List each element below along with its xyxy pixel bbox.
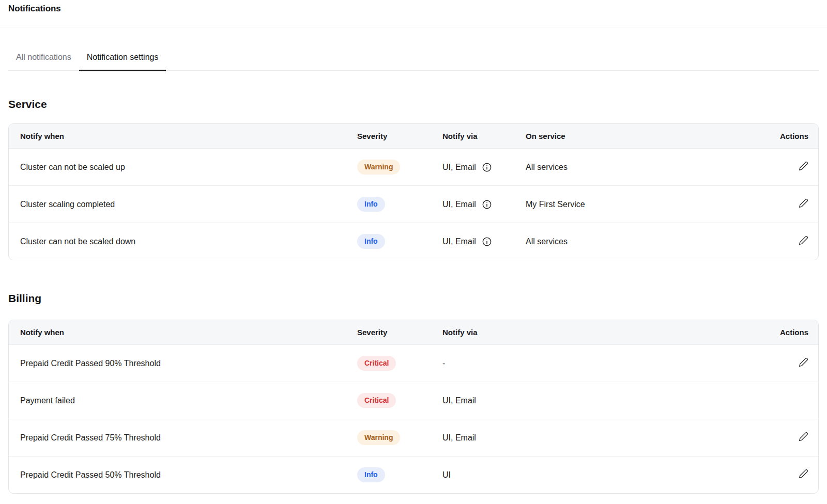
table-row: Prepaid Credit Passed 90% Threshold Crit… xyxy=(9,344,818,382)
column-header-notify-via: Notify via xyxy=(442,124,526,148)
service-section: Service Notify when Severity Notify via … xyxy=(8,98,819,260)
actions-cell xyxy=(756,419,818,456)
notify-via-info-button[interactable] xyxy=(482,237,492,247)
service-section-title: Service xyxy=(8,98,819,111)
notify-via-cell: - xyxy=(442,344,756,382)
on-service-cell: My First Service xyxy=(526,185,756,223)
severity-badge: Critical xyxy=(357,393,396,408)
column-header-severity: Severity xyxy=(357,124,442,148)
severity-badge: Warning xyxy=(357,160,400,175)
edit-button[interactable] xyxy=(799,432,808,442)
pencil-icon xyxy=(799,161,808,171)
billing-section: Billing Notify when Severity Notify via … xyxy=(8,292,819,494)
notify-via-cell: UI, Email xyxy=(442,223,526,260)
table-row: Cluster can not be scaled up Warning UI,… xyxy=(9,148,818,185)
actions-cell xyxy=(756,382,818,419)
edit-button[interactable] xyxy=(799,235,808,245)
severity-cell: Info xyxy=(357,185,442,223)
actions-cell xyxy=(756,223,818,260)
severity-badge: Info xyxy=(357,197,385,212)
actions-cell xyxy=(756,185,818,223)
edit-button[interactable] xyxy=(799,198,808,208)
on-service-cell: All services xyxy=(526,223,756,260)
table-row: Cluster scaling completed Info UI, Email… xyxy=(9,185,818,223)
severity-cell: Warning xyxy=(357,148,442,185)
notify-when-cell: Payment failed xyxy=(9,382,357,419)
actions-cell xyxy=(756,344,818,382)
page-header: Notifications xyxy=(0,0,827,27)
column-header-actions: Actions xyxy=(756,124,818,148)
pencil-icon xyxy=(799,357,808,367)
billing-notifications-table: Notify when Severity Notify via Actions … xyxy=(8,320,819,494)
edit-button[interactable] xyxy=(799,357,808,367)
edit-button[interactable] xyxy=(799,469,808,479)
notify-via-text: UI, Email xyxy=(442,163,476,172)
severity-badge: Warning xyxy=(357,430,400,445)
info-icon xyxy=(482,162,492,172)
notify-when-cell: Cluster can not be scaled down xyxy=(9,223,357,260)
table-row: Prepaid Credit Passed 50% Threshold Info… xyxy=(9,456,818,493)
column-header-notify-when: Notify when xyxy=(9,320,357,344)
severity-cell: Critical xyxy=(357,344,442,382)
pencil-icon xyxy=(799,235,808,245)
severity-badge: Critical xyxy=(357,356,396,371)
service-notifications-table: Notify when Severity Notify via On servi… xyxy=(8,123,819,260)
edit-button[interactable] xyxy=(799,161,808,171)
notify-via-cell: UI, Email xyxy=(442,419,756,456)
info-icon xyxy=(482,237,492,247)
severity-cell: Critical xyxy=(357,382,442,419)
notify-when-cell: Prepaid Credit Passed 90% Threshold xyxy=(9,344,357,382)
pencil-icon xyxy=(799,198,808,208)
tab-all-notifications[interactable]: All notifications xyxy=(8,52,79,70)
notify-via-cell: UI, Email xyxy=(442,148,526,185)
table-row: Cluster can not be scaled down Info UI, … xyxy=(9,223,818,260)
severity-cell: Info xyxy=(357,456,442,493)
notify-via-cell: UI, Email xyxy=(442,382,756,419)
on-service-cell: All services xyxy=(526,148,756,185)
column-header-notify-via: Notify via xyxy=(442,320,756,344)
notify-via-info-button[interactable] xyxy=(482,162,492,172)
tab-notification-settings[interactable]: Notification settings xyxy=(79,52,166,70)
pencil-icon xyxy=(799,432,808,442)
actions-cell xyxy=(756,456,818,493)
notify-when-cell: Prepaid Credit Passed 75% Threshold xyxy=(9,419,357,456)
column-header-on-service: On service xyxy=(526,124,756,148)
column-header-notify-when: Notify when xyxy=(9,124,357,148)
table-header-row: Notify when Severity Notify via Actions xyxy=(9,320,818,344)
notify-via-text: UI, Email xyxy=(442,237,476,246)
severity-badge: Info xyxy=(357,467,385,482)
severity-badge: Info xyxy=(357,234,385,249)
tab-bar: All notifications Notification settings xyxy=(8,27,819,71)
column-header-severity: Severity xyxy=(357,320,442,344)
notify-via-info-button[interactable] xyxy=(482,199,492,210)
page-title: Notifications xyxy=(8,4,819,14)
notify-when-cell: Cluster scaling completed xyxy=(9,185,357,223)
table-row: Prepaid Credit Passed 75% Threshold Warn… xyxy=(9,419,818,456)
notify-when-cell: Prepaid Credit Passed 50% Threshold xyxy=(9,456,357,493)
billing-section-title: Billing xyxy=(8,292,819,305)
notify-via-cell: UI, Email xyxy=(442,185,526,223)
severity-cell: Warning xyxy=(357,419,442,456)
column-header-actions: Actions xyxy=(756,320,818,344)
severity-cell: Info xyxy=(357,223,442,260)
notify-via-text: UI, Email xyxy=(442,200,476,209)
notify-when-cell: Cluster can not be scaled up xyxy=(9,148,357,185)
notification-settings-content: Service Notify when Severity Notify via … xyxy=(8,98,819,494)
table-header-row: Notify when Severity Notify via On servi… xyxy=(9,124,818,148)
notify-via-cell: UI xyxy=(442,456,756,493)
info-icon xyxy=(482,199,492,210)
actions-cell xyxy=(756,148,818,185)
pencil-icon xyxy=(799,469,808,479)
table-row: Payment failed Critical UI, Email xyxy=(9,382,818,419)
